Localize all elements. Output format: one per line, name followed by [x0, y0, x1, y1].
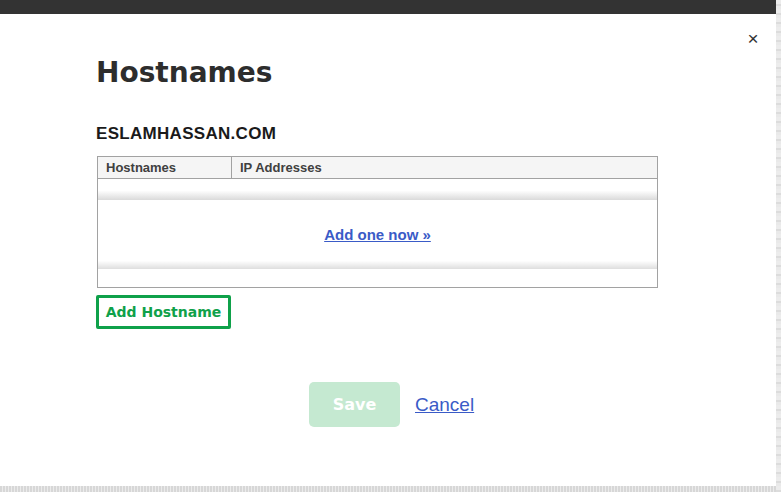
table-footer-row — [98, 269, 657, 287]
column-header-ip-addresses: IP Addresses — [232, 157, 657, 178]
add-hostname-button[interactable]: Add Hostname — [96, 295, 231, 329]
page-title: Hostnames — [96, 56, 272, 89]
table-header-row: Hostnames IP Addresses — [98, 157, 657, 179]
add-one-now-link[interactable]: Add one now » — [324, 226, 431, 243]
modal-action-buttons: Save Cancel — [309, 382, 474, 427]
hostnames-table: Hostnames IP Addresses Add one now » — [97, 156, 658, 288]
column-header-hostnames: Hostnames — [98, 157, 232, 178]
table-empty-row — [98, 179, 657, 200]
domain-name: ESLAMHASSAN.COM — [96, 124, 276, 144]
cancel-link[interactable]: Cancel — [415, 394, 474, 416]
page-bottom-edge-strip — [0, 486, 776, 492]
page-top-bar — [0, 0, 776, 14]
table-empty-state-row: Add one now » — [98, 200, 657, 269]
save-button[interactable]: Save — [309, 382, 400, 427]
screen: × Hostnames ESLAMHASSAN.COM Hostnames IP… — [0, 0, 781, 492]
close-icon[interactable]: × — [742, 28, 764, 50]
page-right-edge-strip — [776, 0, 781, 492]
